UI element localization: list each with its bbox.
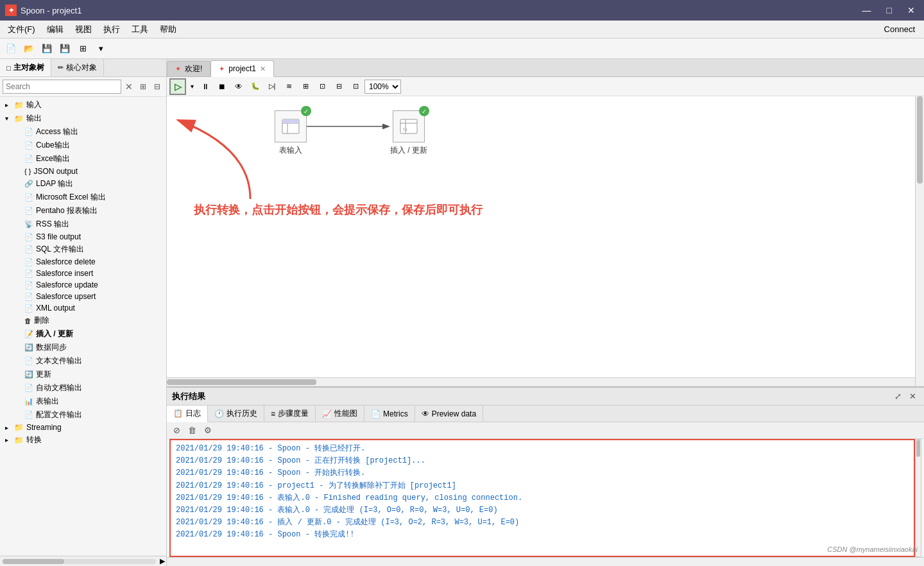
results-tab-perf[interactable]: 📈 性能图 (316, 406, 364, 422)
node-insert-update[interactable]: ↑↓ ✓ 插入 / 更新 (390, 110, 427, 156)
preview-button[interactable]: 👁 (231, 79, 246, 94)
tree-item-14[interactable]: 📄Salesforce update (0, 279, 166, 291)
menu-view[interactable]: 视图 (70, 22, 97, 37)
run-button[interactable]: ▷ (169, 78, 186, 95)
tree-toggle-25[interactable]: ▸ (5, 424, 14, 431)
run-dropdown-button[interactable]: ▾ (187, 79, 196, 94)
tree-item-8[interactable]: 📄Pentaho 报表输出 (0, 204, 166, 218)
collapse-all-button[interactable]: ⊟ (151, 80, 164, 93)
log-scroll-thumb[interactable] (916, 440, 920, 457)
annotation-text: 执行转换，点击开始按钮，会提示保存，保存后即可执行 (194, 202, 483, 218)
tree-item-11[interactable]: 📄SQL 文件输出 (0, 243, 166, 256)
zoom-select[interactable]: 25% 50% 75% 100% 150% 200% (364, 80, 401, 94)
tree-toggle-0[interactable]: ▸ (5, 101, 14, 108)
stop-button[interactable]: ⏹ (214, 79, 230, 94)
results-bottom-scroll[interactable] (167, 557, 924, 566)
tree-item-20[interactable]: 📄文本文件输出 (0, 354, 166, 368)
log-line-7: 2021/01/29 19:40:16 - Spoon - 转换完成!! (176, 529, 909, 541)
tree-item-24[interactable]: 📄配置文件输出 (0, 408, 166, 422)
menu-file[interactable]: 文件(F) (3, 22, 40, 37)
log-scroll-v[interactable] (915, 439, 921, 557)
toolbar-dropdown[interactable]: ▾ (92, 40, 109, 57)
tree-item-10[interactable]: 📄S3 file output (0, 231, 166, 243)
tree-item-13[interactable]: 📄Salesforce insert (0, 268, 166, 279)
canvas-btn8[interactable]: ⊞ (298, 79, 313, 94)
tree-toggle-1[interactable]: ▾ (5, 115, 14, 122)
expand-all-button[interactable]: ⊞ (137, 80, 150, 93)
menu-help[interactable]: 帮助 (155, 22, 182, 37)
results-close-btn[interactable]: ✕ (907, 390, 919, 402)
tree-item-7[interactable]: 📄Microsoft Excel 输出 (0, 191, 166, 204)
results-tab-log[interactable]: 📋 日志 (167, 406, 208, 422)
log-clear-btn[interactable]: ⊘ (171, 424, 183, 436)
canvas-btn9[interactable]: ⊡ (314, 79, 330, 94)
canvas-btn10[interactable]: ⊟ (331, 79, 346, 94)
table-input-icon (281, 117, 300, 136)
tree-item-18[interactable]: 📝插入 / 更新 (0, 327, 166, 341)
connect-button[interactable]: Connect (878, 23, 921, 35)
tab-welcome[interactable]: ✦ 欢迎! (167, 61, 210, 76)
toolbar-save[interactable]: 💾 (38, 40, 55, 57)
tree-item-19[interactable]: 🔄数据同步 (0, 341, 166, 354)
item-icon-24: 📄 (24, 411, 33, 419)
tree-item-2[interactable]: 📄Access 输出 (0, 125, 166, 139)
canvas-scroll-horizontal-thumb[interactable] (167, 379, 316, 385)
toolbar-layers[interactable]: ⊞ (74, 40, 91, 57)
tree-item-26[interactable]: ▸📁转换 (0, 433, 166, 447)
results-expand-btn[interactable]: ⤢ (892, 390, 904, 402)
menu-execute[interactable]: 执行 (98, 22, 125, 37)
canvas-scroll-vertical-thumb[interactable] (917, 96, 923, 184)
tree-toggle-26[interactable]: ▸ (5, 436, 14, 443)
log-settings-btn[interactable]: ⚙ (201, 424, 214, 436)
log-delete-btn[interactable]: 🗑 (185, 424, 199, 436)
step-button[interactable]: ▷| (264, 79, 280, 94)
canvas-btn7[interactable]: ≋ (281, 79, 296, 94)
tree-item-23[interactable]: 📊表输出 (0, 395, 166, 408)
tab-project1[interactable]: ✦ project1 ✕ (210, 60, 274, 77)
left-scroll-track (3, 559, 156, 564)
toolbar-save-as[interactable]: 💾 (56, 40, 73, 57)
item-icon-19: 🔄 (24, 343, 33, 352)
tree-scrollbar[interactable] (161, 97, 166, 556)
canvas-scroll-horizontal[interactable] (167, 377, 915, 386)
tree-item-17[interactable]: 🗑删除 (0, 314, 166, 327)
tree-item-22[interactable]: 📄自动文档输出 (0, 381, 166, 395)
minimize-button[interactable]: — (859, 4, 875, 17)
search-input[interactable] (3, 80, 121, 94)
search-clear-button[interactable]: ✕ (123, 80, 135, 93)
tab-project1-close[interactable]: ✕ (260, 65, 266, 73)
pause-button[interactable]: ⏸ (198, 79, 213, 94)
tree-item-15[interactable]: 📄Salesforce upsert (0, 291, 166, 302)
tree-item-6[interactable]: 🔗LDAP 输出 (0, 177, 166, 191)
tree-item-4[interactable]: 📄Excel输出 (0, 152, 166, 166)
toolbar-open[interactable]: 📂 (21, 40, 37, 57)
tree-item-16[interactable]: 📄XML output (0, 302, 166, 314)
tree-item-3[interactable]: 📄Cube输出 (0, 139, 166, 152)
scroll-right-btn[interactable]: ▶ (158, 557, 166, 565)
tree-label-18: 插入 / 更新 (36, 329, 73, 339)
left-scroll-thumb[interactable] (3, 559, 64, 564)
tree-item-5[interactable]: { }JSON output (0, 166, 166, 177)
tree-item-1[interactable]: ▾📁输出 (0, 112, 166, 125)
maximize-button[interactable]: □ (883, 4, 896, 17)
results-tab-history[interactable]: 🕐 执行历史 (208, 406, 264, 422)
tree-item-25[interactable]: ▸📁Streaming (0, 422, 166, 433)
menu-edit[interactable]: 编辑 (42, 22, 69, 37)
debug-button[interactable]: 🐛 (248, 79, 263, 94)
tree-item-0[interactable]: ▸📁输入 (0, 98, 166, 112)
toolbar-new[interactable]: 📄 (3, 40, 19, 57)
results-tab-steps[interactable]: ≡ 步骤度量 (264, 406, 316, 422)
tab-main-objects[interactable]: □ 主对象树 (0, 59, 51, 76)
tree-item-12[interactable]: 📄Salesforce delete (0, 256, 166, 268)
tree-item-9[interactable]: 📡RSS 输出 (0, 218, 166, 231)
log-area: 2021/01/29 19:40:16 - Spoon - 转换已经打开.202… (169, 439, 915, 557)
results-tab-metrics[interactable]: 📄 Metrics (364, 406, 415, 422)
close-button[interactable]: ✕ (903, 4, 919, 17)
results-tab-preview[interactable]: 👁 Preview data (415, 406, 483, 422)
canvas-scroll-vertical[interactable] (915, 96, 924, 386)
tree-item-21[interactable]: 🔄更新 (0, 368, 166, 381)
node-table-input[interactable]: ✓ 表输入 (275, 110, 307, 156)
canvas-btn11[interactable]: ⊡ (348, 79, 363, 94)
menu-tools[interactable]: 工具 (126, 22, 153, 37)
tab-core-objects[interactable]: ✏ 核心对象 (51, 59, 104, 76)
